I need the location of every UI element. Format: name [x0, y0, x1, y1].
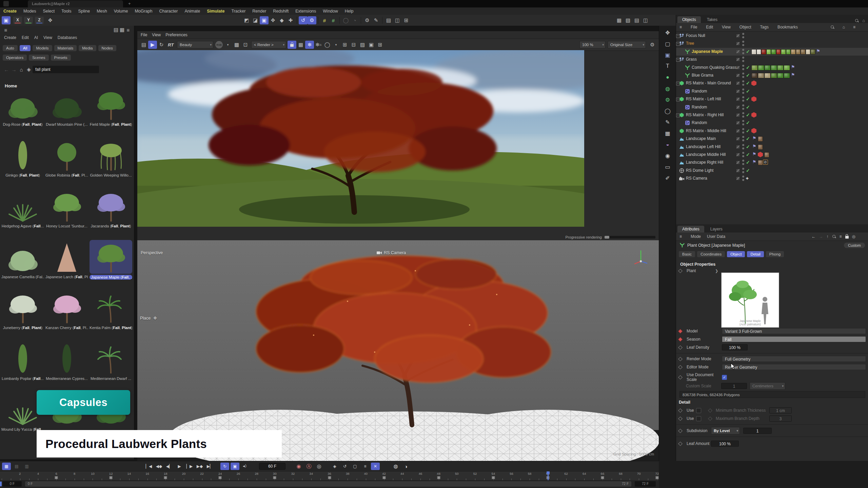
- toolbar-icon-10[interactable]: #: [320, 16, 329, 24]
- object-row-japanese-maple[interactable]: Japanese Maple✓⚑: [676, 48, 868, 56]
- season-slider[interactable]: Fall: [722, 336, 866, 342]
- move-tool-icon[interactable]: ✥: [663, 28, 673, 37]
- layer-color-box[interactable]: [736, 121, 739, 124]
- material-chip[interactable]: [806, 49, 811, 55]
- attr-tab-detail[interactable]: Detail: [747, 251, 764, 257]
- asset-filter-presets[interactable]: Presets: [51, 55, 71, 61]
- object-row-tree[interactable]: −Tree: [676, 40, 868, 47]
- asset-filter-materials[interactable]: Materials: [54, 45, 77, 51]
- pen-tool-icon[interactable]: ✎: [663, 118, 673, 126]
- asset-item-japanese[interactable]: Japanese Maple (Fall, ...: [90, 240, 132, 280]
- asset-item-mediterranean[interactable]: Mediterranean Cypres...: [45, 342, 88, 381]
- enabled-check-icon[interactable]: ✓: [746, 104, 750, 110]
- toolbar-icon-21[interactable]: ⊞: [402, 16, 411, 24]
- uds-keyframe[interactable]: [678, 375, 683, 380]
- asset-filter-models[interactable]: Models: [33, 45, 52, 51]
- menu-item-extensions[interactable]: Extensions: [295, 9, 316, 14]
- axis-lock-z[interactable]: Z: [35, 17, 44, 24]
- material-chip[interactable]: [761, 49, 766, 55]
- preview-range-bar[interactable]: 0 F72 F: [25, 481, 631, 487]
- layer-color-box[interactable]: [736, 153, 739, 156]
- key-scale-button[interactable]: ▢: [351, 463, 359, 470]
- home-icon[interactable]: ⌂: [862, 18, 865, 23]
- annotation-flag-icon[interactable]: ⚑: [752, 136, 756, 141]
- material-chip[interactable]: [810, 49, 815, 55]
- attr-tab-phong[interactable]: Phong: [766, 251, 784, 257]
- nav-back-icon[interactable]: ←: [3, 65, 10, 74]
- object-row-rs-dome-light[interactable]: RS Dome Light✓: [676, 167, 868, 175]
- leaf-amount-input[interactable]: 100 %: [711, 441, 739, 447]
- asset-view-icon-1[interactable]: ▦: [119, 26, 125, 34]
- disabled-tag-icon[interactable]: ⊘: [763, 160, 768, 165]
- beauty-dropdown[interactable]: Beauty: [177, 41, 213, 48]
- asset-item-dog-rose[interactable]: Dog-Rose (Fall, Plant): [1, 87, 44, 126]
- enabled-check-icon[interactable]: ✓: [746, 65, 750, 70]
- asset-search-input[interactable]: fall plant: [33, 66, 99, 73]
- toolbar-right-icon-0[interactable]: ▦: [615, 16, 624, 24]
- object-row-rs-matrix-main-ground[interactable]: −RS Matrix - Main Ground✓: [676, 79, 868, 87]
- bottom-left-icon-2[interactable]: ▥: [22, 463, 31, 470]
- enabled-check-icon[interactable]: ✓: [746, 120, 750, 125]
- asset-item-honey[interactable]: Honey Locust 'Sunbur...: [45, 189, 88, 228]
- enabled-check-icon[interactable]: ✓: [746, 136, 750, 141]
- annotation-flag-icon[interactable]: ⚑: [791, 64, 795, 69]
- material-chip[interactable]: [784, 65, 790, 70]
- enabled-check-icon[interactable]: ✓: [746, 160, 750, 165]
- asset-item-japanese[interactable]: Japanese Larch (Fall, Pl...: [45, 240, 88, 279]
- asset-item-jacaranda[interactable]: Jacaranda (Fall, Plant): [90, 189, 132, 228]
- render-menu-preferences[interactable]: Preferences: [165, 33, 188, 37]
- material-chip[interactable]: [751, 73, 758, 78]
- object-row-rs-camera[interactable]: RS Camera⌖: [676, 175, 868, 182]
- visibility-dots[interactable]: [742, 65, 744, 70]
- menu-item-simulate[interactable]: Simulate: [207, 9, 224, 14]
- material-chip[interactable]: [784, 73, 790, 78]
- use-document-scale-checkbox[interactable]: ✓: [722, 375, 727, 380]
- nav-forward-icon[interactable]: →: [10, 65, 18, 74]
- key-position-button[interactable]: ◈: [330, 463, 339, 470]
- menu-item-character[interactable]: Character: [159, 9, 178, 14]
- material-chip[interactable]: [776, 49, 781, 55]
- size-dropdown[interactable]: Original Size: [608, 41, 646, 48]
- material-chip[interactable]: [758, 136, 763, 142]
- attribute-filter-icon[interactable]: ≡: [840, 234, 842, 239]
- layer-color-box[interactable]: [736, 145, 739, 148]
- asset-item-dwarf[interactable]: Dwarf Mountain Pine (...: [45, 87, 88, 126]
- asset-item-mediterranean[interactable]: Mediterranean Dwarf ...: [90, 342, 132, 381]
- menu-item-redshift[interactable]: Redshift: [273, 9, 289, 14]
- object-row-rs-matrix-left-hill[interactable]: −RS Matrix - Left Hill✓: [676, 95, 868, 103]
- enabled-check-icon[interactable]: ✓: [746, 80, 750, 86]
- focus-icon[interactable]: ⊞: [340, 41, 349, 49]
- toolbar-icon-7[interactable]: ↺: [299, 16, 308, 24]
- attribute-menu-userdata[interactable]: User Data: [707, 234, 725, 239]
- compare-dropdown-icon[interactable]: ▾: [332, 41, 340, 49]
- leaf-amount-keyframe[interactable]: [678, 442, 683, 446]
- visibility-dots[interactable]: [742, 88, 744, 94]
- add-image-icon[interactable]: ⊞: [376, 41, 384, 49]
- asset-menu-ai[interactable]: AI: [34, 35, 38, 40]
- model-keyframe[interactable]: [678, 329, 683, 333]
- object-row-random[interactable]: Random✓: [676, 119, 868, 127]
- search-icon[interactable]: [855, 19, 859, 23]
- tab-attributes[interactable]: Attributes: [677, 226, 704, 232]
- menu-item-mograph[interactable]: MoGraph: [135, 9, 152, 14]
- asset-item-golden[interactable]: Golden Weeping Willo...: [90, 138, 132, 177]
- subdivision-input[interactable]: 1: [743, 428, 772, 434]
- material-chip[interactable]: [777, 65, 784, 70]
- stripes-icon[interactable]: ▨: [358, 41, 367, 49]
- sound-button[interactable]: [241, 463, 250, 470]
- key-parameter-button[interactable]: ≡: [361, 463, 370, 470]
- dither-icon[interactable]: ▩: [232, 41, 241, 49]
- asset-item-hedgehog[interactable]: Hedgehog Agave (Fall...: [1, 189, 44, 228]
- loop-mode-button[interactable]: ↻: [220, 463, 229, 470]
- redshift-tag-icon[interactable]: [751, 128, 756, 134]
- render-menu-view[interactable]: View: [152, 33, 161, 37]
- range-end-field[interactable]: 72 F: [635, 481, 656, 487]
- asset-menu-create[interactable]: Create: [4, 35, 16, 40]
- forward-arrow-icon[interactable]: →: [819, 234, 823, 239]
- axis-lock-y[interactable]: Y: [24, 17, 33, 24]
- redshift-tag-icon[interactable]: [751, 112, 756, 118]
- asset-item-juneberry[interactable]: Juneberry (Fall, Plant): [1, 291, 44, 330]
- camera-tool-icon[interactable]: ◉: [663, 151, 673, 160]
- layer-color-box[interactable]: [736, 50, 739, 53]
- enabled-check-icon[interactable]: ✓: [746, 152, 750, 157]
